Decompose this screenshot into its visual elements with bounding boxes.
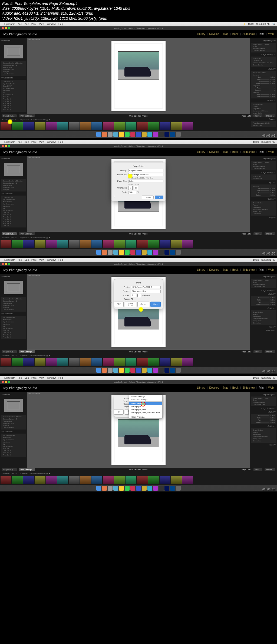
- collection-item[interactable]: Print Set 4: [2, 102, 25, 104]
- spotlight-icon[interactable]: 🔍: [272, 23, 275, 25]
- collection-item[interactable]: Print Set 6: [2, 107, 25, 109]
- use-selected[interactable]: Use: Selected Photos: [129, 115, 147, 117]
- pdf-button[interactable]: PDF: [114, 302, 124, 307]
- cancel-button[interactable]: Cancel: [142, 196, 154, 199]
- collection-item[interactable]: sunflower: [2, 89, 25, 91]
- collection-item[interactable]: My Slideshows: [2, 87, 25, 89]
- collections-header[interactable]: ▼ Collections: [1, 76, 26, 79]
- collection-item[interactable]: Collection Set: [2, 81, 25, 83]
- guide-opt[interactable]: Rulers: [252, 105, 275, 108]
- film-thumb[interactable]: [69, 122, 80, 130]
- module-print[interactable]: Print: [259, 32, 264, 35]
- dock-icon[interactable]: [102, 132, 107, 137]
- margin-bottom[interactable]: Bottom0.56 in: [252, 82, 275, 85]
- dropdown-item[interactable]: Default Settings: [129, 395, 162, 398]
- dropdown-item[interactable]: Plain paper, Draft, black and white: [129, 411, 162, 414]
- page-setup-button[interactable]: Page Setup…: [2, 114, 17, 117]
- menu-window[interactable]: Window: [47, 23, 56, 25]
- module-map[interactable]: Map: [223, 32, 228, 35]
- wifi-icon[interactable]: ⚡: [243, 23, 246, 25]
- img-opt[interactable]: Rotate to Fit: [252, 60, 275, 62]
- collection-item[interactable]: Print Set 1: [2, 96, 25, 98]
- dock-icon[interactable]: [153, 132, 158, 137]
- pdf-button[interactable]: PDF: [114, 409, 124, 415]
- guide-opt[interactable]: Page Bleed: [252, 108, 275, 110]
- film-thumb[interactable]: [91, 122, 102, 130]
- app-name[interactable]: Lightroom: [4, 23, 15, 25]
- collection-item[interactable]: TV Stories v2: [2, 94, 25, 96]
- film-thumb[interactable]: [126, 122, 136, 130]
- module-web[interactable]: Web: [268, 32, 274, 35]
- image-settings-header[interactable]: Image Settings ▼: [251, 53, 276, 56]
- cell-height[interactable]: Height8.50 in: [252, 93, 275, 95]
- layout-style-header[interactable]: Layout Style ▼: [251, 39, 276, 42]
- img-opt[interactable]: Stroke Border: [252, 64, 275, 66]
- margin-top[interactable]: Top0.25 in: [252, 80, 275, 82]
- mac-menubar[interactable]: Lightroom File Edit Print View Window He…: [0, 22, 277, 26]
- cancel-button[interactable]: Cancel: [137, 302, 149, 307]
- film-thumb[interactable]: [35, 122, 45, 130]
- margin-right[interactable]: Right0.25 in: [252, 78, 275, 80]
- collection-item[interactable]: Print Set 7: [2, 109, 25, 111]
- template-item[interactable]: Custom Overlay v3 Lands…: [2, 62, 25, 64]
- help-icon[interactable]: ?: [114, 196, 115, 199]
- film-thumb[interactable]: [23, 122, 34, 130]
- identity-plate-opt[interactable]: Identity Plate: [252, 124, 275, 126]
- help-icon[interactable]: ?: [110, 409, 112, 415]
- print-settings-button[interactable]: Print Settings…: [19, 114, 35, 117]
- orientation-landscape[interactable]: ▭: [134, 186, 138, 190]
- film-thumb[interactable]: [182, 122, 193, 130]
- dock-icon[interactable]: [125, 132, 130, 137]
- template-item[interactable]: Fine Art Mat: [2, 66, 25, 68]
- print-button[interactable]: Print…: [253, 114, 262, 117]
- collection-item[interactable]: Print Set 3: [2, 100, 25, 102]
- film-thumb[interactable]: [57, 122, 68, 130]
- layout-type[interactable]: Single Image / Contact Sheet: [252, 44, 275, 47]
- menu-print[interactable]: Print: [31, 23, 37, 25]
- module-library[interactable]: Library: [197, 32, 205, 35]
- img-opt[interactable]: Zoom to Fill: [252, 57, 275, 60]
- save-button[interactable]: Save: [150, 302, 161, 307]
- module-slideshow[interactable]: Slideshow: [242, 32, 255, 35]
- dropdown-item[interactable]: Show Presets…: [129, 415, 162, 418]
- dropdown-item-selected[interactable]: Photo paper: [129, 402, 162, 405]
- cell-width[interactable]: Width8.00 in: [252, 95, 275, 98]
- printer-select[interactable]: HP Officejet Pro 8610 2: [131, 286, 161, 289]
- page-bg[interactable]: Page Background Color: [252, 122, 275, 124]
- dock-icon[interactable]: [96, 132, 101, 137]
- film-thumb[interactable]: [160, 122, 170, 130]
- collection-item[interactable]: Book 1 PDF: [2, 85, 25, 87]
- copies-input[interactable]: 1: [131, 294, 136, 297]
- img-opt[interactable]: Repeat One Photo per Page: [252, 62, 275, 64]
- format-for-select[interactable]: HP Officejet Pro 8610 2: [128, 173, 163, 176]
- print-canvas[interactable]: Unsaved Print: [27, 38, 250, 114]
- mac-menubar[interactable]: LightroomFileEditPrintViewWindowHelp 100…: [0, 140, 277, 144]
- layout-header[interactable]: Layout ▼: [251, 67, 276, 70]
- guide-opt[interactable]: Image Cells: [252, 112, 275, 114]
- collection-item[interactable]: TV: [2, 91, 25, 94]
- paper-size-select[interactable]: Letter: [128, 180, 163, 183]
- ok-button[interactable]: OK: [155, 196, 163, 199]
- preview-header[interactable]: ▼ Preview: [1, 39, 26, 42]
- layout-type[interactable]: Custom Package: [252, 49, 275, 52]
- dock-icon[interactable]: [108, 132, 113, 137]
- dock-icon[interactable]: [119, 132, 124, 137]
- film-thumb[interactable]: [80, 122, 91, 130]
- dock-icon[interactable]: [113, 132, 118, 137]
- dock-icon[interactable]: [170, 132, 175, 137]
- identity-plate[interactable]: My Photography Studio: [3, 32, 37, 36]
- scale-input[interactable]: 100: [128, 191, 136, 194]
- menu-view[interactable]: View: [39, 23, 44, 25]
- filmstrip[interactable]: [0, 121, 277, 131]
- template-item[interactable]: User Templates: [2, 73, 25, 75]
- grid-rows[interactable]: Rows1: [252, 87, 275, 89]
- dock-icon[interactable]: [142, 132, 147, 137]
- show-guides[interactable]: Show Guides: [252, 103, 275, 105]
- guide-opt[interactable]: Margins and Gutters: [252, 110, 275, 112]
- dock-icon[interactable]: [136, 132, 141, 137]
- presets-select[interactable]: Plain paper, Best: [131, 290, 161, 293]
- collection-item[interactable]: My Photo Books: [2, 83, 25, 85]
- orientation-portrait[interactable]: ▯: [128, 186, 133, 190]
- dropdown-item[interactable]: Plain paper: [129, 405, 162, 408]
- menu-help[interactable]: Help: [58, 23, 64, 25]
